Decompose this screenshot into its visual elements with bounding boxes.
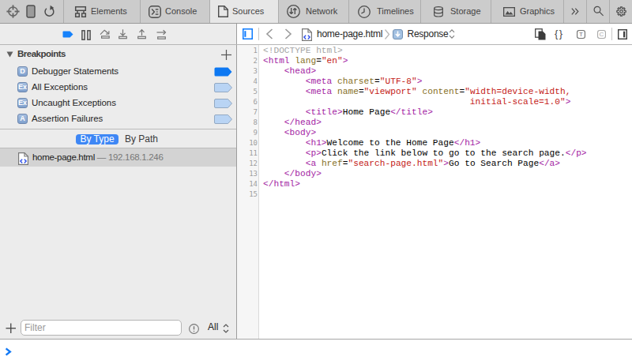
svg-text:T: T (579, 31, 583, 38)
svg-text:C: C (600, 31, 604, 38)
